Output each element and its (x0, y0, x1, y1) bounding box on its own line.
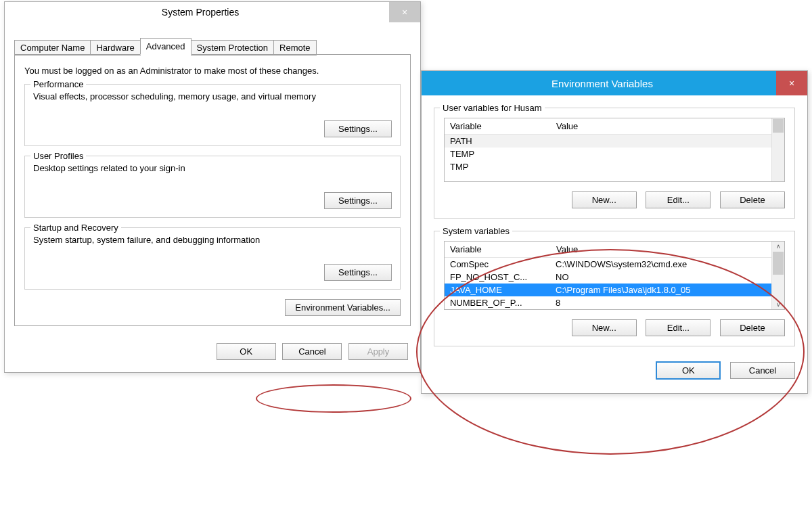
tab-system-protection[interactable]: System Protection (191, 40, 275, 55)
list-row[interactable]: PATH (445, 135, 771, 148)
scroll-down-icon[interactable]: ∨ (776, 300, 781, 309)
column-variable[interactable]: Variable (445, 118, 551, 134)
close-button[interactable]: × (776, 71, 807, 95)
user-delete-button[interactable]: Delete (720, 191, 785, 208)
startup-desc: System startup, system failure, and debu… (33, 235, 392, 245)
performance-group: Performance Visual effects, processor sc… (24, 84, 401, 146)
column-value[interactable]: Value (551, 118, 771, 134)
scroll-thumb[interactable] (773, 252, 784, 275)
system-properties-dialog: System Properties × Computer Name Hardwa… (4, 1, 421, 373)
annotation-ellipse (256, 384, 411, 413)
user-profiles-group: User Profiles Desktop settings related t… (24, 156, 401, 218)
titlebar[interactable]: Environment Variables × (422, 71, 807, 95)
list-row[interactable]: JAVA_HOMEC:\Program Files\Java\jdk1.8.0_… (445, 284, 771, 296)
environment-variables-button[interactable]: Environment Variables... (285, 299, 401, 316)
close-icon: × (789, 78, 794, 89)
system-variables-list[interactable]: Variable Value ComSpecC:\WINDOWS\system3… (444, 241, 785, 310)
cancel-button[interactable]: Cancel (730, 362, 795, 379)
user-profiles-desc: Desktop settings related to your sign-in (33, 163, 392, 173)
list-header: Variable Value (445, 242, 771, 258)
dialog-button-row: OK Cancel Apply (5, 334, 420, 372)
user-variables-legend: User variables for Husam (440, 103, 545, 113)
startup-recovery-group: Startup and Recovery System startup, sys… (24, 227, 401, 290)
apply-button[interactable]: Apply (348, 343, 408, 360)
performance-settings-button[interactable]: Settings... (324, 120, 392, 137)
startup-legend: Startup and Recovery (30, 223, 121, 233)
performance-legend: Performance (30, 79, 86, 89)
tab-hardware[interactable]: Hardware (90, 40, 140, 55)
system-new-button[interactable]: New... (572, 319, 637, 336)
column-variable[interactable]: Variable (445, 242, 551, 257)
ok-button[interactable]: OK (217, 343, 276, 360)
user-profiles-settings-button[interactable]: Settings... (324, 192, 392, 209)
ok-button[interactable]: OK (656, 361, 721, 380)
system-delete-button[interactable]: Delete (720, 319, 785, 336)
list-row[interactable]: ComSpecC:\WINDOWS\system32\cmd.exe (445, 258, 771, 271)
user-variables-group: User variables for Husam Variable Value … (434, 108, 795, 219)
scrollbar[interactable]: ∧ ∨ (771, 242, 784, 309)
titlebar[interactable]: System Properties × (5, 2, 420, 22)
list-row[interactable]: TMP (445, 160, 771, 173)
system-variables-legend: System variables (440, 226, 512, 236)
user-profiles-legend: User Profiles (30, 151, 86, 161)
tab-remote[interactable]: Remote (273, 40, 317, 55)
admin-note: You must be logged on as an Administrato… (24, 66, 401, 76)
list-row[interactable]: NUMBER_OF_P...8 (445, 296, 771, 309)
performance-desc: Visual effects, processor scheduling, me… (33, 91, 392, 101)
list-row[interactable]: FP_NO_HOST_C...NO (445, 271, 771, 284)
tab-bar: Computer Name Hardware Advanced System P… (14, 39, 420, 55)
list-header: Variable Value (445, 118, 771, 135)
startup-settings-button[interactable]: Settings... (324, 264, 392, 281)
system-variables-group: System variables Variable Value ComSpecC… (434, 231, 795, 346)
close-button[interactable]: × (389, 2, 420, 22)
environment-variables-dialog: Environment Variables × User variables f… (421, 70, 808, 394)
scroll-thumb[interactable] (773, 119, 784, 133)
list-row[interactable]: TEMP (445, 148, 771, 160)
system-edit-button[interactable]: Edit... (646, 319, 710, 336)
user-variables-list[interactable]: Variable Value PATH TEMP TMP (444, 118, 785, 182)
column-value[interactable]: Value (551, 242, 771, 257)
user-edit-button[interactable]: Edit... (646, 191, 710, 208)
tab-content-advanced: You must be logged on as an Administrato… (14, 54, 411, 326)
window-title: Environment Variables (428, 78, 776, 89)
scrollbar[interactable] (771, 118, 784, 181)
tab-computer-name[interactable]: Computer Name (14, 40, 91, 55)
user-new-button[interactable]: New... (572, 191, 637, 208)
close-icon: × (402, 7, 407, 18)
tab-advanced[interactable]: Advanced (140, 38, 191, 55)
window-title: System Properties (12, 7, 389, 18)
scroll-up-icon[interactable]: ∧ (776, 242, 781, 251)
cancel-button[interactable]: Cancel (282, 343, 342, 360)
